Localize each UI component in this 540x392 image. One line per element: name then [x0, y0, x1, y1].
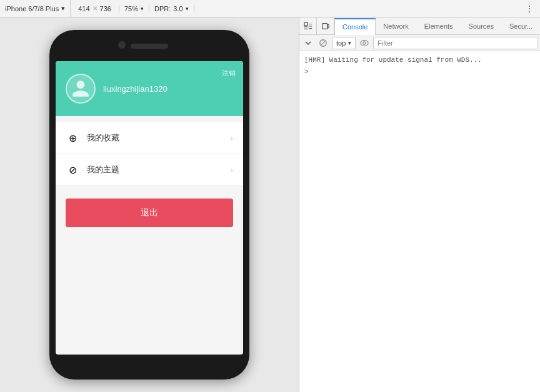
device-toggle-button[interactable]	[317, 17, 334, 35]
tab-security[interactable]: Secur...	[502, 17, 540, 34]
themes-icon: ⊘	[66, 163, 79, 177]
console-prompt[interactable]: >	[304, 67, 536, 77]
svg-rect-1	[322, 23, 327, 29]
devtools-panel: Console Network Elements Sources Secur..…	[299, 17, 540, 392]
console-output: [HMR] Waiting for update signal from WDS…	[299, 51, 540, 392]
console-filter-input[interactable]	[373, 37, 538, 49]
eye-filter-button[interactable]	[358, 37, 371, 49]
dpr-value: 3.0	[173, 5, 182, 12]
context-selector[interactable]: top ▾	[332, 37, 356, 49]
avatar	[66, 74, 96, 104]
svg-point-4	[361, 40, 368, 46]
simulator-area: liuxingzhijian1320 注销 ⊕ 我的收藏 › ⊘ 我的主题 ›	[0, 17, 299, 392]
themes-arrow: ›	[230, 165, 233, 175]
height-value: 736	[100, 5, 111, 12]
dpr-label: DPR:	[154, 5, 171, 12]
phone-camera	[118, 41, 126, 49]
tab-sources[interactable]: Sources	[461, 17, 502, 34]
svg-rect-2	[327, 24, 329, 27]
zoom-arrow: ▾	[141, 6, 144, 12]
favorites-icon: ⊕	[66, 131, 79, 145]
app-logout-link[interactable]: 注销	[222, 69, 236, 78]
phone-frame: liuxingzhijian1320 注销 ⊕ 我的收藏 › ⊘ 我的主题 ›	[49, 30, 249, 380]
cross-icon: ✕	[92, 5, 98, 12]
device-name-label: iPhone 6/7/8 Plus	[5, 5, 59, 12]
inspect-element-button[interactable]	[299, 17, 317, 35]
zoom-display[interactable]: 75% ▾	[119, 5, 149, 12]
menu-item-themes[interactable]: ⊘ 我的主题 ›	[56, 154, 243, 186]
app-username: liuxingzhijian1320	[103, 84, 233, 94]
app-menu: ⊕ 我的收藏 › ⊘ 我的主题 ›	[56, 122, 243, 186]
context-dropdown-arrow: ▾	[348, 40, 351, 46]
dpr-arrow: ▾	[186, 6, 189, 12]
expand-console-button[interactable]	[302, 37, 314, 49]
phone-speaker	[131, 44, 168, 49]
more-options-button[interactable]: ⋮	[519, 4, 540, 14]
console-toolbar: top ▾	[299, 35, 540, 51]
dpr-display[interactable]: DPR: 3.0 ▾	[149, 5, 194, 12]
svg-point-5	[363, 41, 366, 44]
favorites-label: 我的收藏	[87, 132, 222, 144]
menu-item-favorites[interactable]: ⊕ 我的收藏 ›	[56, 122, 243, 154]
device-toolbar: iPhone 6/7/8 Plus ▾ 414 ✕ 736 75% ▾ DPR:…	[0, 0, 540, 17]
svg-rect-0	[304, 22, 307, 25]
app-header: liuxingzhijian1320 注销	[56, 61, 243, 116]
phone-screen: liuxingzhijian1320 注销 ⊕ 我的收藏 › ⊘ 我的主题 ›	[56, 61, 243, 355]
tab-console[interactable]: Console	[334, 18, 376, 35]
tab-network[interactable]: Network	[376, 17, 416, 34]
tab-elements[interactable]: Elements	[417, 17, 461, 34]
logout-button[interactable]: 退出	[66, 198, 233, 227]
favorites-arrow: ›	[230, 133, 233, 143]
device-dropdown-arrow: ▾	[61, 4, 65, 12]
clear-console-button[interactable]	[317, 37, 329, 49]
themes-label: 我的主题	[87, 164, 222, 175]
device-selector[interactable]: iPhone 6/7/8 Plus ▾	[0, 0, 71, 17]
main-area: liuxingzhijian1320 注销 ⊕ 我的收藏 › ⊘ 我的主题 ›	[0, 17, 540, 392]
devtools-tabs: Console Network Elements Sources Secur..…	[299, 17, 540, 35]
dimension-display: 414 ✕ 736	[71, 5, 119, 12]
zoom-value: 75%	[124, 5, 138, 12]
width-value: 414	[78, 5, 89, 12]
console-log-line: [HMR] Waiting for update signal from WDS…	[304, 54, 536, 67]
